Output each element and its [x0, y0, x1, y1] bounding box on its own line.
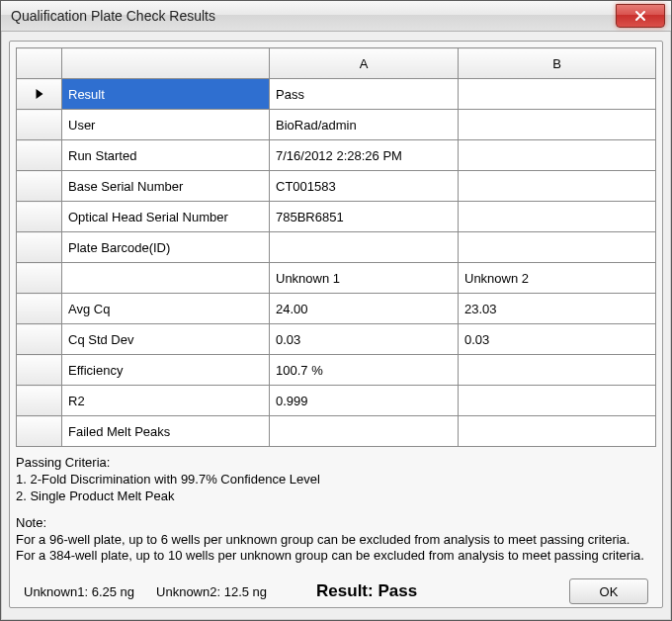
row-header[interactable]: [17, 263, 62, 294]
grid-header-b[interactable]: B: [459, 48, 656, 79]
row-label[interactable]: Result: [62, 79, 270, 110]
row-label[interactable]: User: [62, 110, 270, 140]
cell-b[interactable]: [459, 79, 656, 110]
cell-a[interactable]: 0.999: [270, 386, 459, 416]
row-header[interactable]: [17, 416, 62, 447]
row-label[interactable]: Failed Melt Peaks: [62, 416, 270, 447]
cell-b[interactable]: 0.03: [459, 324, 656, 355]
cell-a[interactable]: Pass: [270, 79, 459, 110]
cell-a[interactable]: BioRad/admin: [270, 110, 459, 140]
cell-b[interactable]: [459, 386, 656, 416]
cell-b[interactable]: [459, 202, 656, 232]
close-icon: [634, 10, 646, 22]
row-label[interactable]: Cq Std Dev: [62, 324, 270, 355]
table-row[interactable]: Avg Cq24.0023.03: [17, 294, 656, 324]
cell-b[interactable]: [459, 171, 656, 202]
cell-b[interactable]: [459, 416, 656, 447]
table-row[interactable]: UserBioRad/admin: [17, 110, 656, 140]
titlebar: Qualification Plate Check Results: [1, 1, 671, 32]
cell-a[interactable]: 7/16/2012 2:28:26 PM: [270, 140, 459, 171]
row-header[interactable]: [17, 202, 62, 232]
row-label[interactable]: Efficiency: [62, 355, 270, 386]
row-header[interactable]: [17, 79, 62, 110]
cell-b[interactable]: [459, 110, 656, 140]
row-label[interactable]: Base Serial Number: [62, 171, 270, 202]
note-line-2: For a 384-well plate, up to 10 wells per…: [16, 548, 656, 565]
row-header[interactable]: [17, 294, 62, 324]
cell-b[interactable]: [459, 232, 656, 263]
cell-b[interactable]: [459, 140, 656, 171]
table-row[interactable]: R20.999: [17, 386, 656, 416]
row-label[interactable]: Optical Head Serial Number: [62, 202, 270, 232]
window-title: Qualification Plate Check Results: [11, 8, 215, 24]
table-row[interactable]: Cq Std Dev0.030.03: [17, 324, 656, 355]
results-grid[interactable]: A B ResultPassUserBioRad/adminRun Starte…: [16, 47, 656, 447]
cell-a[interactable]: [270, 232, 459, 263]
table-row[interactable]: ResultPass: [17, 79, 656, 110]
cell-b[interactable]: [459, 355, 656, 386]
footer: Unknown1: 6.25 ng Unknown2: 12.5 ng Resu…: [10, 569, 662, 618]
table-row[interactable]: Base Serial NumberCT001583: [17, 171, 656, 202]
row-header[interactable]: [17, 355, 62, 386]
table-row[interactable]: Efficiency100.7 %: [17, 355, 656, 386]
row-header[interactable]: [17, 232, 62, 263]
grid-body: ResultPassUserBioRad/adminRun Started7/1…: [17, 79, 656, 447]
table-row[interactable]: Failed Melt Peaks: [17, 416, 656, 447]
note-line-1: For a 96-well plate, up to 6 wells per u…: [16, 532, 656, 549]
grid-header-label[interactable]: [62, 48, 270, 79]
notes-area: Passing Criteria: 1. 2-Fold Discriminati…: [10, 447, 662, 569]
cell-a[interactable]: 0.03: [270, 324, 459, 355]
row-header[interactable]: [17, 110, 62, 140]
row-label[interactable]: [62, 263, 270, 294]
results-grid-wrap: A B ResultPassUserBioRad/adminRun Starte…: [10, 42, 662, 447]
close-button[interactable]: [616, 4, 665, 28]
cell-a[interactable]: Unknown 1: [270, 263, 459, 294]
criteria-line-2: 2. Single Product Melt Peak: [16, 488, 656, 505]
row-header[interactable]: [17, 386, 62, 416]
footer-result: Result: Pass: [316, 581, 417, 601]
note-heading: Note:: [16, 515, 656, 532]
cell-a[interactable]: [270, 416, 459, 447]
row-label[interactable]: Avg Cq: [62, 294, 270, 324]
row-label[interactable]: Run Started: [62, 140, 270, 171]
row-label[interactable]: R2: [62, 386, 270, 416]
table-row[interactable]: Unknown 1Unknown 2: [17, 263, 656, 294]
table-row[interactable]: Plate Barcode(ID): [17, 232, 656, 263]
row-header[interactable]: [17, 140, 62, 171]
row-header[interactable]: [17, 171, 62, 202]
cell-a[interactable]: 785BR6851: [270, 202, 459, 232]
footer-unknown1: Unknown1: 6.25 ng: [24, 584, 134, 599]
criteria-line-1: 1. 2-Fold Discrimination with 99.7% Conf…: [16, 472, 656, 488]
cell-a[interactable]: 24.00: [270, 294, 459, 324]
grid-header-corner[interactable]: [17, 48, 62, 79]
row-label[interactable]: Plate Barcode(ID): [62, 232, 270, 263]
client-area: A B ResultPassUserBioRad/adminRun Starte…: [9, 41, 663, 608]
row-header[interactable]: [17, 324, 62, 355]
ok-button[interactable]: OK: [569, 578, 648, 604]
criteria-heading: Passing Criteria:: [16, 455, 656, 472]
grid-header-row: A B: [17, 48, 656, 79]
cell-b[interactable]: Unknown 2: [459, 263, 656, 294]
cell-a[interactable]: CT001583: [270, 171, 459, 202]
cell-a[interactable]: 100.7 %: [270, 355, 459, 386]
dialog-window: Qualification Plate Check Results A B: [0, 0, 672, 621]
cell-b[interactable]: 23.03: [459, 294, 656, 324]
table-row[interactable]: Optical Head Serial Number785BR6851: [17, 202, 656, 232]
table-row[interactable]: Run Started7/16/2012 2:28:26 PM: [17, 140, 656, 171]
footer-unknown2: Unknown2: 12.5 ng: [156, 584, 267, 599]
grid-header-a[interactable]: A: [270, 48, 459, 79]
